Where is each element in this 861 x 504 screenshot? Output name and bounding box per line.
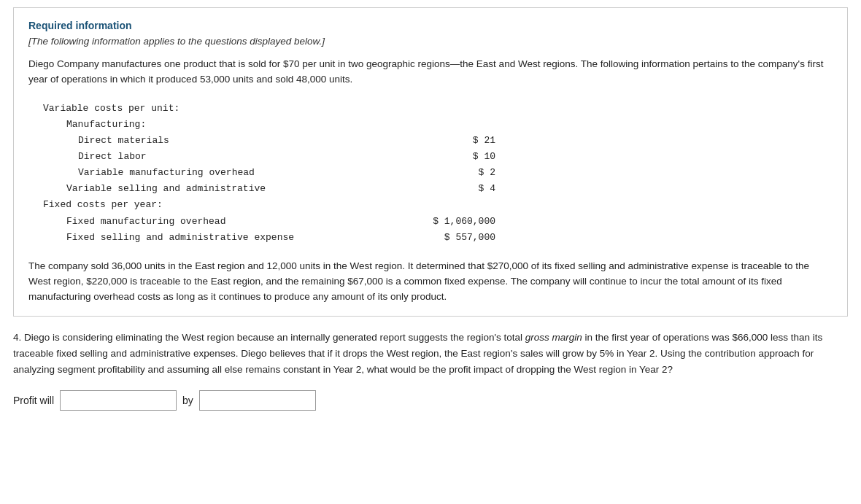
variable-mfg-overhead-row: Variable manufacturing overhead $ 2 — [43, 165, 495, 181]
manufacturing-label: Manufacturing: — [66, 117, 146, 133]
manufacturing-row: Manufacturing: — [55, 117, 507, 133]
question-body: 4. Diego is considering eliminating the … — [13, 332, 822, 374]
answer-row: Profit will by — [13, 390, 848, 411]
fixed-costs-header-row: Fixed costs per year: — [43, 197, 495, 213]
direct-materials-row: Direct materials $ 21 — [43, 133, 495, 149]
by-label: by — [182, 395, 193, 406]
required-info-title: Required information — [28, 20, 833, 31]
direct-materials-label: Direct materials — [78, 133, 169, 149]
variable-mfg-overhead-label: Variable manufacturing overhead — [78, 165, 255, 181]
required-info-section: Required information [The following info… — [13, 7, 848, 317]
fixed-selling-value: $ 557,000 — [437, 230, 495, 246]
direct-labor-row: Direct labor $ 10 — [43, 149, 495, 165]
page-wrapper: Required information [The following info… — [0, 0, 861, 504]
bottom-section: 4. Diego is considering eliminating the … — [0, 317, 861, 411]
direct-materials-value: $ 21 — [437, 133, 495, 149]
direct-labor-label: Direct labor — [78, 149, 147, 165]
variable-selling-value: $ 4 — [437, 181, 495, 197]
variable-mfg-overhead-value: $ 2 — [437, 165, 495, 181]
profit-will-input[interactable] — [60, 390, 177, 411]
closing-paragraph: The company sold 36,000 units in the Eas… — [28, 259, 833, 305]
variable-costs-header-row: Variable costs per unit: — [43, 101, 495, 117]
direct-labor-value: $ 10 — [437, 149, 495, 165]
fixed-selling-label: Fixed selling and administrative expense — [66, 230, 294, 246]
intro-paragraph: Diego Company manufactures one product t… — [28, 57, 833, 88]
fixed-mfg-overhead-value: $ 1,060,000 — [433, 214, 495, 230]
fixed-selling-row: Fixed selling and administrative expense… — [43, 230, 495, 246]
variable-selling-row: Variable selling and administrative $ 4 — [43, 181, 495, 197]
question-text: 4. Diego is considering eliminating the … — [13, 330, 848, 377]
italic-note: [The following information applies to th… — [28, 36, 833, 47]
variable-selling-label: Variable selling and administrative — [66, 181, 266, 197]
profit-will-label: Profit will — [13, 395, 54, 406]
profit-amount-input[interactable] — [199, 390, 316, 411]
fixed-mfg-overhead-row: Fixed manufacturing overhead $ 1,060,000 — [43, 214, 495, 230]
cost-table: Variable costs per unit: Manufacturing: … — [43, 101, 833, 246]
fixed-costs-label: Fixed costs per year: — [43, 197, 163, 213]
fixed-mfg-overhead-label: Fixed manufacturing overhead — [66, 214, 225, 230]
variable-costs-label: Variable costs per unit: — [43, 101, 179, 117]
